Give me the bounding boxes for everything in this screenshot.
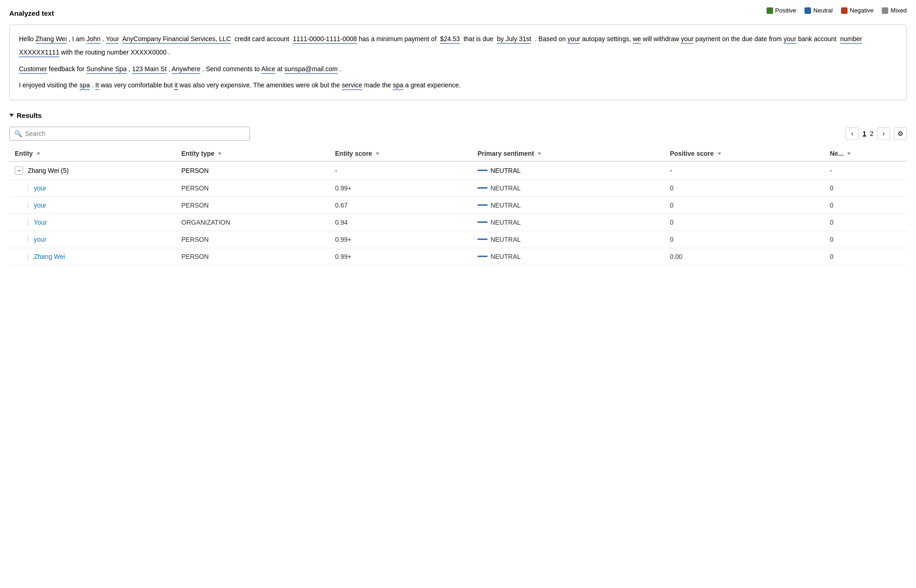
col-ne-score: Ne... (824, 146, 907, 161)
ne-score-cell: - (824, 161, 907, 180)
legend-neutral: Neutral (805, 7, 833, 14)
child-positive-5: 0.00 (664, 248, 824, 265)
sentiment-line-icon (477, 239, 488, 240)
child-entity-link-4[interactable]: your (34, 236, 46, 243)
entity-we: we (633, 35, 641, 44)
collapse-triangle-icon (9, 114, 14, 117)
table-row: your PERSON 0.99+ NEUTRAL 0 0 (9, 231, 907, 248)
table-header-row: Entity Entity type Entity score Primary … (9, 146, 907, 161)
legend-positive: Positive (767, 7, 797, 14)
child-score-1: 0.99+ (329, 179, 472, 196)
entity-it-2: it (174, 81, 178, 90)
search-input[interactable] (25, 130, 245, 137)
entity-group-name: Zhang Wei (5) (28, 167, 68, 174)
sentiment-text: NEUTRAL (490, 167, 520, 174)
text-paragraph-3: I enjoyed visiting the spa . It was very… (19, 79, 897, 92)
mixed-dot (882, 7, 888, 14)
pagination-next-button[interactable]: › (877, 127, 890, 140)
neutral-dot (805, 7, 811, 14)
sentiment-line-icon (477, 187, 488, 189)
child-sentiment-4: NEUTRAL (472, 231, 664, 248)
entity-amount: $24.53 (440, 35, 460, 44)
negative-label: Negative (850, 7, 873, 14)
entity-your-3: your (681, 35, 693, 44)
header-top: Analyzed text Positive Neutral Negative … (9, 9, 907, 22)
col-entity-score: Entity score (329, 146, 472, 161)
child-entity-cell: your (9, 179, 176, 196)
settings-button[interactable]: ⚙ (894, 127, 907, 140)
col-entity: Entity (9, 146, 176, 161)
child-ne-1: 0 (824, 179, 907, 196)
sentiment-line-icon (477, 256, 488, 257)
child-entity-link-5[interactable]: Zhang Wei (34, 253, 65, 260)
indent-line: your (28, 202, 170, 209)
indent-line: your (28, 184, 170, 192)
analyzed-text-section: Analyzed text Positive Neutral Negative … (9, 9, 907, 100)
results-section: Results 🔍 ‹ 1 2 › ⚙ Entity Entity type E… (9, 111, 907, 265)
sentiment-line-icon (477, 204, 488, 206)
table-controls: 🔍 ‹ 1 2 › ⚙ (9, 127, 907, 141)
sort-primary-sentiment-icon (538, 153, 541, 155)
child-score-4: 0.99+ (329, 231, 472, 248)
results-title: Results (17, 111, 42, 119)
child-sentiment-text-3: NEUTRAL (490, 219, 520, 226)
child-entity-type-5: PERSON (176, 248, 329, 265)
child-entity-type-4: PERSON (176, 231, 329, 248)
child-entity-type-2: PERSON (176, 196, 329, 214)
child-positive-3: 0 (664, 214, 824, 231)
pagination-controls: ‹ 1 2 › ⚙ (846, 127, 907, 140)
col-positive-score: Positive score (664, 146, 824, 161)
collapse-group-button[interactable]: − (15, 166, 23, 175)
entity-it-1: It (95, 81, 99, 90)
sentiment-line-icon (477, 170, 488, 171)
primary-sentiment-cell: NEUTRAL (472, 161, 664, 180)
child-score-5: 0.99+ (329, 248, 472, 265)
child-positive-4: 0 (664, 231, 824, 248)
entity-type-cell: PERSON (176, 161, 329, 180)
entity-anycompany: AnyCompany Financial Services, LLC (122, 35, 231, 44)
child-positive-1: 0 (664, 179, 824, 196)
entity-john: John (87, 35, 100, 44)
entity-your-1: Your (106, 35, 119, 44)
sort-entity-icon (37, 153, 40, 155)
child-score-3: 0.94 (329, 214, 472, 231)
entity-your-4: your (784, 35, 796, 44)
positive-dot (767, 7, 773, 14)
entity-date: by July 31st (497, 35, 531, 44)
child-entity-type-3: ORGANIZATION (176, 214, 329, 231)
child-ne-3: 0 (824, 214, 907, 231)
child-entity-cell-3: Your (9, 214, 176, 231)
results-table: Entity Entity type Entity score Primary … (9, 146, 907, 265)
child-entity-link-2[interactable]: your (34, 202, 46, 209)
entity-customer: Customer (19, 65, 47, 74)
text-paragraph-2: Customer feedback for Sunshine Spa , 123… (19, 62, 897, 76)
sort-entity-type-icon (218, 153, 222, 155)
child-entity-type-1: PERSON (176, 179, 329, 196)
indent-line: your (28, 236, 170, 243)
entity-group-cell: − Zhang Wei (5) (9, 161, 176, 180)
page-2[interactable]: 2 (870, 130, 873, 137)
entity-email: sunspa@mail.com (285, 65, 338, 74)
entity-anywhere: Anywhere (172, 65, 200, 74)
child-entity-cell-4: your (9, 231, 176, 248)
child-entity-link-1[interactable]: your (34, 184, 46, 192)
indent-line: Your (28, 219, 170, 226)
legend-mixed: Mixed (882, 7, 907, 14)
positive-score-cell: - (664, 161, 824, 180)
child-sentiment-text-1: NEUTRAL (490, 184, 520, 192)
sentiment-line-icon (477, 221, 488, 223)
col-entity-type: Entity type (176, 146, 329, 161)
entity-spa-1: spa (80, 81, 90, 90)
analyzed-text-box: Hello Zhang Wei , I am John . Your AnyCo… (9, 24, 907, 100)
negative-dot (841, 7, 848, 14)
search-box[interactable]: 🔍 (9, 127, 250, 141)
entity-your-2: your (568, 35, 580, 44)
legend: Positive Neutral Negative Mixed (767, 7, 907, 14)
text-paragraph-1: Hello Zhang Wei , I am John . Your AnyCo… (19, 32, 897, 60)
page-1[interactable]: 1 (862, 130, 866, 137)
mixed-label: Mixed (891, 7, 907, 14)
child-entity-link-3[interactable]: Your (34, 219, 47, 226)
positive-label: Positive (775, 7, 797, 14)
results-header[interactable]: Results (9, 111, 907, 119)
pagination-prev-button[interactable]: ‹ (846, 127, 859, 140)
